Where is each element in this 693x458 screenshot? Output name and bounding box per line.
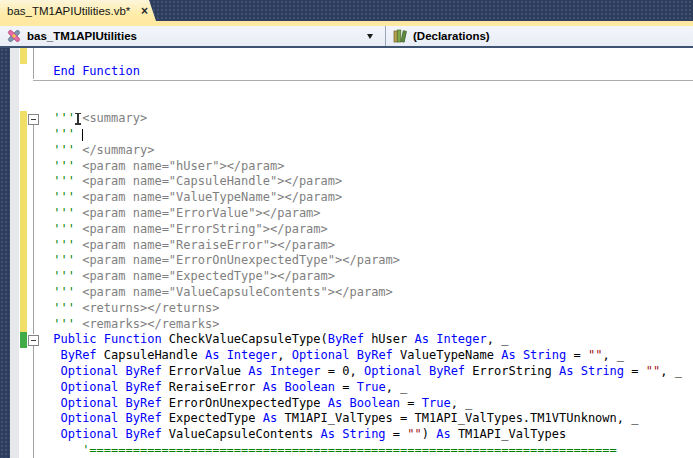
types-dropdown[interactable]: bas_TM1APIUtilities xyxy=(0,26,386,46)
code-token: Boolean xyxy=(349,396,400,410)
code-token: ByRef xyxy=(125,396,161,410)
code-token: Function xyxy=(104,332,162,346)
code-token xyxy=(46,396,60,410)
code-line[interactable]: ''' <summary> xyxy=(46,111,693,127)
collapse-toggle-icon[interactable] xyxy=(28,114,39,125)
code-token xyxy=(46,427,60,441)
code-token: <remarks></remarks> xyxy=(82,317,219,331)
code-line[interactable]: ''' <param name="ValueCapsuleContents"><… xyxy=(46,285,693,301)
code-token: True xyxy=(357,380,386,394)
code-line[interactable]: ''' <returns></returns> xyxy=(46,301,693,317)
members-dropdown-value: (Declarations) xyxy=(413,30,490,42)
code-token xyxy=(46,443,82,457)
code-token: ValueTypeName xyxy=(393,348,501,362)
change-bar xyxy=(20,111,27,127)
code-line[interactable]: ''' <param name="ValueTypeName"></param> xyxy=(46,190,693,206)
code-token: <summary> xyxy=(82,111,147,125)
code-line[interactable]: End Function xyxy=(46,64,693,80)
collapse-toggle-icon[interactable] xyxy=(28,335,39,346)
code-token: ByRef xyxy=(125,380,161,394)
change-bar xyxy=(20,317,27,333)
code-line[interactable]: ''' <param name="ErrorOnUnexpectedType">… xyxy=(46,253,693,269)
code-token: Integer xyxy=(436,332,487,346)
code-line[interactable]: ''' </summary> xyxy=(46,143,693,159)
code-token: <param name="ValueCapsuleContents"></par… xyxy=(82,285,393,299)
code-token xyxy=(516,348,523,362)
code-line[interactable]: ''' <param name="CapsuleHandle"></param> xyxy=(46,174,693,190)
code-token: Boolean xyxy=(284,380,335,394)
code-token: ''' xyxy=(53,222,75,236)
code-token: ByRef xyxy=(357,348,393,362)
code-token: ByRef xyxy=(328,332,364,346)
code-line[interactable]: ByRef CapsuleHandle As Integer, Optional… xyxy=(46,348,693,364)
code-line[interactable] xyxy=(46,48,693,64)
code-token xyxy=(97,332,104,346)
code-line[interactable] xyxy=(46,80,693,96)
code-token: ErrorOnUnexpectedType xyxy=(162,396,328,410)
change-bar xyxy=(20,174,27,190)
code-editor[interactable]: End Function ''' <summary> ''' ''' </sum… xyxy=(0,48,693,458)
code-token: Public xyxy=(53,332,96,346)
code-token: As xyxy=(205,348,219,362)
code-token: <param name="ErrorOnUnexpectedType"></pa… xyxy=(82,253,400,267)
code-line[interactable] xyxy=(46,95,693,111)
change-bar xyxy=(20,190,27,206)
code-token: "" xyxy=(407,427,421,441)
change-bar xyxy=(20,285,27,301)
document-tab-strip: bas_TM1APIUtilities.vb* × xyxy=(0,0,693,21)
code-token xyxy=(46,411,60,425)
members-dropdown[interactable]: (Declarations) xyxy=(386,26,693,46)
code-token: "" xyxy=(646,364,660,378)
code-token: ) xyxy=(422,427,436,441)
code-token: Optional xyxy=(60,364,118,378)
code-line[interactable]: ''' <param name="hUser"></param> xyxy=(46,159,693,175)
code-line[interactable]: ''' <param name="ErrorString"></param> xyxy=(46,222,693,238)
change-bar xyxy=(20,206,27,222)
code-token: ''' xyxy=(53,190,75,204)
code-token: Optional xyxy=(60,411,118,425)
tab-bas-tm1apiutilities[interactable]: bas_TM1APIUtilities.vb* × xyxy=(0,0,156,21)
code-token: ''' xyxy=(53,301,75,315)
code-token: , _ xyxy=(386,380,408,394)
change-bar xyxy=(20,48,27,64)
types-dropdown-value: bas_TM1APIUtilities xyxy=(27,30,137,42)
code-token: <returns></returns> xyxy=(82,301,219,315)
code-line[interactable]: Optional ByRef ErrorOnUnexpectedType As … xyxy=(46,396,693,412)
code-line[interactable]: Optional ByRef ReraiseError As Boolean =… xyxy=(46,380,693,396)
code-token: <param name="hUser"></param> xyxy=(82,159,284,173)
code-token: ''' xyxy=(53,174,75,188)
code-token: ''' xyxy=(53,206,75,220)
module-icon xyxy=(6,28,22,44)
code-token: ErrorString xyxy=(465,364,559,378)
code-line[interactable]: ''' <param name="ReraiseError"></param> xyxy=(46,238,693,254)
code-line[interactable]: ''' xyxy=(46,127,693,143)
code-line[interactable]: Optional ByRef ErrorValue As Integer = 0… xyxy=(46,364,693,380)
code-token: TM1API_ValTypes = TM1API_ValTypes.TM1VTU… xyxy=(277,411,638,425)
change-bar xyxy=(20,127,27,143)
code-token: <param name="ErrorString"></param> xyxy=(82,222,328,236)
code-token: Optional xyxy=(60,396,118,410)
code-token: ValueCapsuleContents xyxy=(162,427,321,441)
code-line[interactable]: Public Function CheckValueCapsuleType(By… xyxy=(46,332,693,348)
chevron-down-icon[interactable] xyxy=(367,34,373,39)
code-token: '=======================================… xyxy=(82,443,617,457)
code-token xyxy=(349,348,356,362)
change-bar xyxy=(20,222,27,238)
close-icon[interactable]: × xyxy=(141,6,148,16)
code-line[interactable]: Optional ByRef ValueCapsuleContents As S… xyxy=(46,427,693,443)
code-token: ''' xyxy=(53,159,75,173)
code-token: ByRef xyxy=(60,348,96,362)
change-bar xyxy=(20,332,27,348)
code-line[interactable]: ''' <param name="ErrorValue"></param> xyxy=(46,206,693,222)
code-token: End Function xyxy=(53,64,140,78)
code-token: = xyxy=(335,380,357,394)
code-line[interactable]: ''' <remarks></remarks> xyxy=(46,317,693,333)
code-line[interactable]: '=======================================… xyxy=(46,443,693,458)
code-token: , _ xyxy=(660,364,682,378)
code-line[interactable]: Optional ByRef ExpectedType As TM1API_Va… xyxy=(46,411,693,427)
change-bar xyxy=(20,301,27,317)
fold-region-line xyxy=(33,125,34,334)
code-text-area[interactable]: End Function ''' <summary> ''' ''' </sum… xyxy=(46,48,693,458)
code-token: Integer xyxy=(227,348,278,362)
code-line[interactable]: ''' <param name="ExpectedType"></param> xyxy=(46,269,693,285)
